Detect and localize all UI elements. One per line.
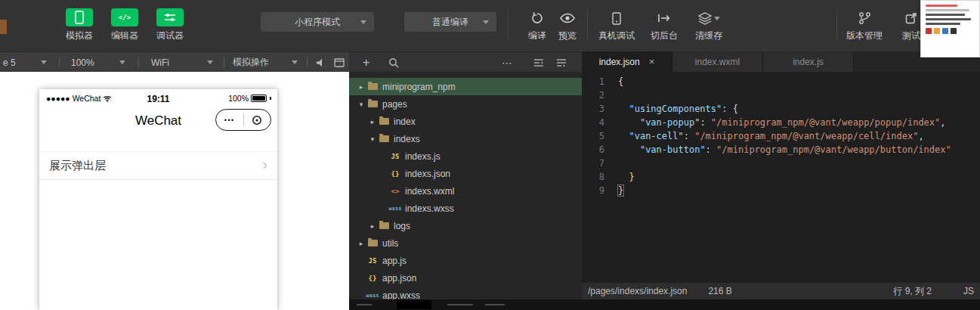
code-line: 2 (582, 88, 980, 102)
menu-dots-button[interactable]: ••• (216, 116, 243, 124)
tree-item-label: logs (394, 221, 410, 231)
code-text: } (604, 184, 623, 197)
chevron-right-icon[interactable]: ▸ (368, 118, 377, 126)
code-line: 7 (582, 157, 980, 170)
sliders-icon (156, 8, 184, 26)
mode-dropdown-value: 小程序模式 (295, 16, 340, 29)
preview-button[interactable]: 预览 (546, 9, 589, 42)
search-icon[interactable] (388, 52, 399, 73)
tree-item-label: indexs.json (405, 169, 450, 179)
remote-debug-button[interactable]: 真机调试 (594, 9, 639, 42)
line-number: 9 (582, 184, 604, 197)
tree-item-indexs.js[interactable]: JSindexs.js (349, 147, 582, 165)
code-line: 9} (582, 184, 980, 197)
chevron-down-icon (483, 20, 489, 24)
tab-index.json[interactable]: index.json× (582, 51, 672, 72)
chevron-right-icon[interactable]: ▸ (368, 222, 377, 230)
code-text: "usingComponents": { (604, 102, 738, 116)
chevron-down-icon[interactable] (292, 52, 298, 73)
secondary-bar: e 5 100% WiFi 模拟操作 + ⋯ (0, 51, 980, 72)
folder-icon (366, 83, 379, 90)
console-item (485, 304, 505, 305)
close-target-button[interactable] (244, 114, 271, 126)
chevron-down-icon[interactable]: ▾ (368, 135, 377, 143)
thumb-line (926, 23, 960, 25)
mute-icon[interactable] (316, 52, 326, 73)
code-line: 5 "van-cell": "/miniprogram_npm/@vant/we… (582, 129, 980, 143)
js-file-icon: JS (366, 257, 379, 265)
line-number: 5 (582, 129, 604, 143)
zoom-selector[interactable]: 100% (71, 52, 94, 73)
chevron-right-icon[interactable]: ▸ (357, 240, 366, 247)
console-item (447, 304, 473, 305)
to-background-button[interactable]: 切后台 (643, 9, 685, 42)
divider (307, 57, 308, 67)
js-file-icon: JS (388, 153, 402, 160)
network-selector[interactable]: WiFi (151, 52, 169, 73)
chevron-down-icon[interactable] (207, 52, 213, 73)
device-bar: e 5 100% WiFi 模拟操作 (0, 51, 349, 72)
tree-item-utils[interactable]: ▸utils (349, 234, 582, 252)
tree-item-indexs.wxss[interactable]: wxssindexs.wxss (349, 200, 582, 217)
battery-percent-text: 100% (228, 94, 249, 103)
chevron-down-icon[interactable] (41, 52, 47, 73)
popup-demo-cell[interactable]: 展示弹出层 › (39, 151, 277, 180)
tab-label: index.wxml (695, 57, 740, 67)
divider (59, 57, 60, 67)
tree-item-logs[interactable]: ▸logs (349, 217, 582, 234)
simulator-panel: ●●●●● WeChat 19:11 100% WeChat ••• (0, 72, 349, 310)
collapse-tree-icon[interactable] (533, 52, 544, 73)
cursor-position-text[interactable]: 行 9, 列 2 (893, 285, 932, 298)
tree-item-miniprogram_npm[interactable]: ▸miniprogram_npm (349, 78, 582, 95)
tree-item-indexs.wxml[interactable]: <>indexs.wxml (349, 182, 582, 200)
thumb-icons-row (926, 28, 975, 34)
tree-item-label: index (394, 116, 416, 127)
tree-item-label: indexs.wxss (405, 203, 454, 214)
toolbar-divider (836, 10, 837, 40)
window-icon[interactable] (334, 52, 345, 73)
wxss-file-icon: wxss (388, 206, 402, 212)
tree-item-app.js[interactable]: JSapp.js (349, 252, 582, 269)
code-editor[interactable]: 1{23 "usingComponents": {4 "van-popup": … (582, 72, 980, 283)
code-text: { (604, 75, 623, 88)
console-tab[interactable] (397, 300, 431, 309)
chevron-down-icon[interactable]: ▾ (357, 101, 366, 108)
phone-nav-bar: WeChat ••• (39, 106, 277, 139)
preview-label: 预览 (546, 29, 589, 42)
battery-nub (270, 97, 271, 100)
clear-cache-label: 清缓存 (686, 29, 731, 42)
wxss-file-icon: wxss (366, 293, 379, 299)
tab-index.js[interactable]: index.js (763, 51, 854, 72)
tree-item-indexs.json[interactable]: {}indexs.json (349, 165, 582, 182)
phone-signal-icon (594, 9, 639, 27)
more-actions-icon[interactable]: ⋯ (502, 52, 512, 73)
chevron-down-icon[interactable] (119, 52, 125, 73)
tree-item-label: indexs.wxml (405, 186, 454, 197)
mode-dropdown[interactable]: 小程序模式 (261, 12, 374, 32)
tab-index.wxml[interactable]: index.wxml (672, 51, 763, 72)
tree-item-pages[interactable]: ▾pages (349, 95, 582, 113)
tree-item-indexs[interactable]: ▾indexs (349, 130, 582, 147)
version-control-button[interactable]: 版本管理 (842, 9, 887, 42)
tree-item-app.wxss[interactable]: wxssapp.wxss (349, 287, 582, 299)
simulate-action-selector[interactable]: 模拟操作 (233, 52, 269, 73)
device-selector[interactable]: e 5 (3, 52, 16, 73)
tree-item-app.json[interactable]: {}app.json (349, 269, 582, 287)
tree-item-index[interactable]: ▸index (349, 113, 582, 130)
exit-arrow-icon (643, 9, 685, 27)
simulator-toggle-button[interactable]: 模拟器 (61, 8, 97, 42)
open-editors-icon[interactable] (556, 52, 567, 73)
compile-mode-dropdown[interactable]: 普通编译 (404, 12, 496, 32)
file-explorer: ▸miniprogram_npm▾pages▸index▾indexsJSind… (349, 72, 582, 299)
debugger-toggle-button[interactable]: 调试器 (152, 8, 188, 42)
tab-label: index.js (793, 57, 824, 67)
folder-icon (366, 240, 379, 246)
tab-close-icon[interactable]: × (649, 56, 655, 67)
tree-item-label: miniprogram_npm (382, 82, 456, 92)
add-file-button[interactable]: + (363, 52, 369, 73)
clear-cache-button[interactable]: 清缓存 (686, 9, 731, 42)
language-mode-text[interactable]: JS (963, 286, 974, 296)
line-number: 8 (582, 170, 604, 184)
chevron-right-icon[interactable]: ▸ (357, 83, 366, 91)
editor-toggle-button[interactable]: </> 编辑器 (107, 8, 143, 42)
